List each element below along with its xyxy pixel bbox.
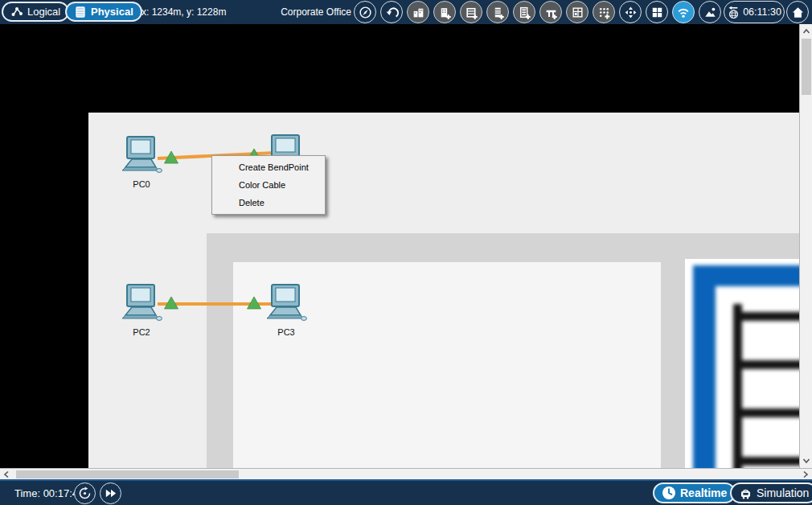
simulation-mode-button[interactable]: Simulation [730,482,812,503]
simulation-icon [739,487,753,500]
table-plus-icon [544,6,558,19]
compass-icon [359,6,372,19]
back-button[interactable] [380,1,403,23]
world-time-value: 06:11:30 [743,6,781,18]
background-image-button[interactable] [699,1,721,23]
move-object-button[interactable] [619,1,642,23]
new-closet-button[interactable] [460,1,482,23]
new-building-button[interactable] [433,1,456,23]
menu-item-delete[interactable]: Delete [212,194,325,211]
device-label: PC2 [121,327,162,337]
structure-icon [571,6,584,19]
new-table-button[interactable] [539,1,562,23]
fast-forward-icon [104,487,117,500]
four-squares-icon [650,6,664,19]
physical-workspace-canvas[interactable]: PC0 PC2 [0,24,799,468]
cursor-coordinates: x: 1234m, y: 1228m [141,0,226,24]
device-pc0[interactable]: PC0 [121,135,162,189]
world-time-button[interactable]: 06:11:30 [724,1,785,23]
top-toolbar: Logical Physical x: 1234m, y: 1228m Corp… [0,0,812,24]
new-city-button[interactable] [407,1,429,23]
pc-icon [121,283,162,323]
rack-view-icon [74,6,87,18]
packet-tracer-physical-window: Logical Physical x: 1234m, y: 1228m Corp… [0,0,812,505]
wireless-button[interactable] [672,1,695,23]
tab-logical[interactable]: Logical [2,2,69,22]
wifi-icon [676,5,691,19]
vertical-scrollbar[interactable] [799,24,812,468]
network-topology-icon [10,6,23,18]
menu-item-create-bendpoint[interactable]: Create BendPoint [212,158,325,176]
pc-icon [265,283,307,323]
pc-icon [121,135,162,175]
new-rack-button[interactable] [486,1,509,23]
vertical-scroll-thumb[interactable] [802,39,811,95]
horizontal-scrollbar[interactable] [0,468,812,479]
globe-clock-icon [727,6,740,19]
horizontal-scroll-thumb[interactable] [16,470,239,478]
landscape-image-icon [703,6,717,19]
reset-time-button[interactable] [74,482,96,504]
edit-structure-button[interactable] [566,1,588,23]
tab-physical-label: Physical [91,6,133,18]
closet-plus-icon [465,6,478,19]
realtime-mode-button[interactable]: Realtime [653,482,736,503]
simulation-label: Simulation [757,487,809,499]
working-space-button[interactable] [646,1,668,23]
undo-arrow-icon [385,6,399,19]
realtime-label: Realtime [680,487,727,499]
move-arrows-icon [624,6,638,19]
device-pc2[interactable]: PC2 [121,283,162,337]
device-pc3[interactable]: PC3 [265,283,307,337]
reset-clock-icon [78,487,92,500]
home-button[interactable] [786,1,809,23]
scroll-right-arrow[interactable] [801,470,810,479]
scroll-up-arrow[interactable] [802,27,811,36]
menu-item-color-cable[interactable]: Color Cable [212,176,325,194]
new-shelf-button[interactable] [513,1,535,23]
create-grid-button[interactable] [593,1,615,23]
navigation-compass-button[interactable] [354,1,376,23]
tab-logical-label: Logical [27,6,60,18]
cable-layer[interactable] [0,24,799,468]
device-label: PC3 [265,327,307,337]
bottom-status-bar: Time: 00:17:47 Realtime [0,479,812,505]
rack-plus-icon [491,6,505,19]
shelf-plus-icon [518,6,531,19]
cable-context-menu: Create BendPoint Color Cable Delete [211,155,326,215]
city-buildings-icon [412,6,425,19]
home-icon [791,6,805,19]
building-plus-icon [438,6,452,19]
fast-forward-time-button[interactable] [100,482,121,504]
device-label: PC0 [121,179,162,189]
location-breadcrumb: Corporate Office [273,0,351,24]
scroll-left-arrow[interactable] [2,470,11,479]
grid-dots-plus-icon [597,6,611,19]
tab-physical[interactable]: Physical [65,2,142,22]
realtime-clock-icon [662,486,676,500]
scroll-down-arrow[interactable] [802,456,811,466]
